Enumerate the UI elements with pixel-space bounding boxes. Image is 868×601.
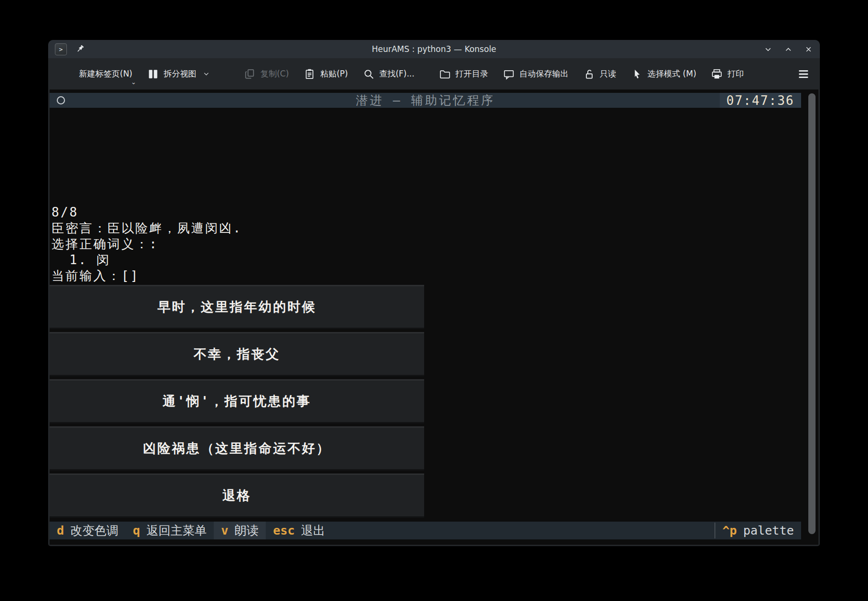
desktop-background: > HeurAMS : python3 — Konsole xyxy=(0,0,868,601)
minimize-icon[interactable] xyxy=(763,44,773,54)
clock: 07:47:36 xyxy=(720,93,801,108)
konsole-app-icon: > xyxy=(55,43,67,55)
read-only-button[interactable]: 只读 xyxy=(583,68,616,80)
option-button[interactable]: 早时，这里指年幼的时候 xyxy=(50,285,424,329)
backspace-option-button[interactable]: 退格 xyxy=(50,473,424,518)
tui-header: 潜进 – 辅助记忆程序 07:47:36 xyxy=(50,93,801,108)
titlebar[interactable]: > HeurAMS : python3 — Konsole xyxy=(48,40,820,58)
konsole-window: > HeurAMS : python3 — Konsole xyxy=(48,40,820,546)
copy-icon xyxy=(246,69,253,78)
progress-counter: 8/8 xyxy=(52,205,801,220)
select-cursor-icon xyxy=(635,69,640,78)
select-mode-button[interactable]: 选择模式 (M) xyxy=(631,68,696,80)
keybinding-change-theme[interactable]: d 改变色调 xyxy=(50,522,126,539)
split-view-button[interactable]: 拆分视图 xyxy=(147,68,210,80)
autosave-output-button[interactable]: 自动保存输出 xyxy=(503,68,569,80)
window-title: HeurAMS : python3 — Konsole xyxy=(48,44,820,54)
choice-item: 1. 闵 xyxy=(52,252,801,268)
keybinding-read-aloud[interactable]: v 朗读 xyxy=(214,522,266,539)
question-block: 8/8 臣密言：臣以险衅，夙遭闵凶. 选择正确词义：: 1. 闵 当前输入：[] xyxy=(50,205,801,284)
toolbar: 新建标签页(N) ⌄ 拆分视图 xyxy=(48,58,820,90)
sentence-line: 臣密言：臣以险衅，夙遭闵凶. xyxy=(52,220,801,236)
scrollbar[interactable] xyxy=(808,93,816,538)
keybinding-exit[interactable]: esc 退出 xyxy=(266,522,332,539)
option-button[interactable]: 凶险祸患（这里指命运不好） xyxy=(50,426,424,471)
keybinding-main-menu[interactable]: q 返回主菜单 xyxy=(126,522,214,539)
find-button[interactable]: 查找(F)... xyxy=(363,68,415,80)
printer-icon xyxy=(713,69,721,78)
maximize-icon[interactable] xyxy=(783,44,793,54)
chevron-down-icon xyxy=(203,70,210,77)
footer-keybar: d 改变色调 q 返回主菜单 v 朗读 esc 退出 xyxy=(50,522,801,539)
menu-button[interactable] xyxy=(797,67,810,81)
folder-icon xyxy=(440,71,450,78)
paste-icon xyxy=(306,69,313,78)
print-button[interactable]: 打印 xyxy=(711,68,744,80)
app-title: 潜进 – 辅助记忆程序 xyxy=(50,92,801,108)
split-view-icon xyxy=(149,70,152,78)
prompt-line: 选择正确词义：: xyxy=(52,236,801,252)
search-icon xyxy=(365,70,373,78)
hamburger-menu-icon xyxy=(799,71,808,77)
terminal-view[interactable]: 潜进 – 辅助记忆程序 07:47:36 8/8 臣密言：臣以险衅，夙遭闵凶. … xyxy=(50,90,818,545)
unlocked-padlock-icon xyxy=(586,70,592,78)
paste-button[interactable]: 粘贴(P) xyxy=(303,68,348,80)
open-directory-button[interactable]: 打开目录 xyxy=(439,68,488,80)
current-input-line: 当前输入：[] xyxy=(52,268,801,284)
answer-options: 早时，这里指年幼的时候 不幸，指丧父 通'悯'，指可忧患的事 凶险祸患（这里指命… xyxy=(50,285,424,518)
close-icon[interactable] xyxy=(803,44,813,54)
scrollbar-thumb[interactable] xyxy=(808,93,816,534)
chevron-down-icon: ⌄ xyxy=(131,78,136,86)
option-button[interactable]: 通'悯'，指可忧患的事 xyxy=(50,379,424,423)
pin-icon xyxy=(75,44,85,54)
new-tab-button[interactable]: 新建标签页(N) ⌄ xyxy=(58,68,132,80)
option-button[interactable]: 不幸，指丧父 xyxy=(50,332,424,376)
copy-button[interactable]: 复制(C) xyxy=(244,68,289,80)
keybinding-palette[interactable]: ^p palette xyxy=(715,522,801,539)
autosave-output-icon xyxy=(505,70,513,78)
